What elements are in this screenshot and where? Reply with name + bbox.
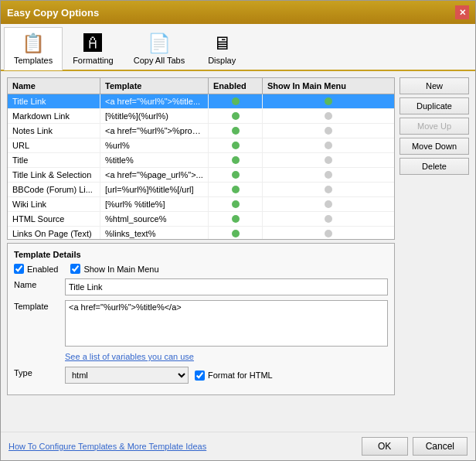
cell-name: Title Link (8, 94, 100, 108)
move-down-button[interactable]: Move Down (400, 138, 469, 155)
new-button[interactable]: New (400, 77, 469, 94)
type-select[interactable]: html plain text markdown (65, 367, 189, 384)
enabled-dot (232, 142, 240, 149)
right-panel: New Duplicate Move Up Move Down Delete (400, 77, 469, 425)
col-header-enabled: Enabled (209, 78, 263, 94)
enabled-dot (232, 112, 240, 120)
cell-show (263, 153, 394, 167)
cell-template: %title% (100, 153, 209, 167)
table-row[interactable]: Markdown Link [%title%](%url%) (8, 109, 394, 124)
cell-enabled (209, 109, 263, 123)
show-dot (325, 171, 332, 179)
table-row[interactable]: Wiki Link [%url% %title%] (8, 197, 394, 212)
cell-name: Title (8, 153, 100, 167)
footer-link[interactable]: How To Configure Templates & More Templa… (8, 442, 206, 451)
name-row: Name (14, 278, 388, 295)
details-section-title: Template Details (14, 250, 388, 259)
tab-templates[interactable]: 📋 Templates (4, 27, 63, 70)
cell-enabled (209, 183, 263, 196)
tab-display-label: Display (208, 56, 236, 65)
ok-button[interactable]: OK (362, 437, 408, 456)
templates-icon: 📋 (22, 32, 45, 54)
format-html-checkbox[interactable] (195, 371, 205, 381)
cell-name: Title Link & Selection (8, 168, 100, 182)
table-row[interactable]: HTML Source %html_source% (8, 212, 394, 227)
show-dot (325, 215, 332, 223)
cell-template: <a href="%page_url%">... (100, 168, 209, 182)
cell-template: <a href="%url%">%prom... (100, 124, 209, 138)
cell-show (263, 94, 394, 108)
move-up-button[interactable]: Move Up (400, 118, 469, 135)
enabled-label: Enabled (27, 265, 58, 274)
variables-link[interactable]: See a list of variables you can use (65, 352, 194, 361)
col-header-show: Show In Main Menu (263, 78, 394, 94)
format-html-label[interactable]: Format for HTML (195, 371, 273, 381)
table-row[interactable]: Title Link <a href="%url%">%title... (8, 94, 394, 109)
name-input[interactable] (65, 278, 388, 295)
close-button[interactable]: ✕ (455, 5, 469, 19)
table-row[interactable]: Notes Link <a href="%url%">%prom... (8, 124, 394, 138)
tab-templates-label: Templates (14, 56, 53, 65)
cell-enabled (209, 153, 263, 167)
show-in-main-menu-label: Show In Main Menu (83, 265, 158, 274)
show-dot (325, 142, 332, 149)
cell-name: Links On Page (Text) (8, 227, 100, 239)
type-row: Type html plain text markdown Format for… (14, 367, 388, 384)
title-bar: Easy Copy Options ✕ (1, 1, 475, 24)
tab-display[interactable]: 🖥 Display (195, 27, 249, 70)
cell-enabled (209, 227, 263, 239)
show-in-main-menu-checkbox-label[interactable]: Show In Main Menu (70, 264, 158, 274)
display-icon: 🖥 (212, 32, 231, 54)
cell-template: [%title%](%url%) (100, 109, 209, 123)
show-in-main-menu-checkbox[interactable] (70, 264, 80, 274)
cell-name: URL (8, 138, 100, 152)
cell-show (263, 168, 394, 182)
window-title: Easy Copy Options (7, 7, 99, 19)
enabled-dot (232, 171, 240, 179)
enabled-checkbox[interactable] (14, 264, 24, 274)
cell-template: [url=%url%]%title%[/url] (100, 183, 209, 196)
show-dot (325, 186, 332, 193)
tab-formatting-label: Formatting (73, 56, 114, 65)
name-field-label: Name (14, 278, 60, 289)
copy-all-tabs-icon: 📄 (148, 32, 171, 54)
cell-name: HTML Source (8, 212, 100, 226)
template-field-label: Template (14, 300, 60, 311)
table-row[interactable]: Title %title% (8, 153, 394, 168)
table-row[interactable]: Title Link & Selection <a href="%page_ur… (8, 168, 394, 183)
cell-name: BBCode (Forum) Li... (8, 183, 100, 196)
cell-template: <a href="%url%">%title... (100, 94, 209, 108)
format-html-text: Format for HTML (208, 371, 273, 380)
cell-enabled (209, 124, 263, 138)
formatting-icon: 🅰 (83, 32, 102, 54)
checkboxes-row: Enabled Show In Main Menu (14, 264, 388, 274)
delete-button[interactable]: Delete (400, 158, 469, 175)
templates-table: Name Template Enabled Show In Main Menu … (7, 77, 395, 240)
template-textarea[interactable]: <a href="%url%">%title%</a> (65, 300, 388, 347)
template-details-panel: Template Details Enabled Show In Main Me… (7, 243, 395, 395)
cell-enabled (209, 168, 263, 182)
show-dot (325, 127, 332, 135)
content-area: Name Template Enabled Show In Main Menu … (1, 71, 475, 432)
duplicate-button[interactable]: Duplicate (400, 97, 469, 114)
cell-enabled (209, 197, 263, 211)
tab-formatting[interactable]: 🅰 Formatting (63, 27, 124, 70)
cell-name: Wiki Link (8, 197, 100, 211)
tab-copy-all-tabs[interactable]: 📄 Copy All Tabs (124, 27, 195, 70)
cell-template: %url% (100, 138, 209, 152)
table-row[interactable]: Links On Page (Text) %links_text% (8, 227, 394, 239)
enabled-dot (232, 127, 240, 135)
show-dot (325, 97, 332, 105)
table-row[interactable]: URL %url% (8, 138, 394, 153)
show-dot (325, 200, 332, 208)
enabled-checkbox-label[interactable]: Enabled (14, 264, 58, 274)
cancel-button[interactable]: Cancel (413, 437, 468, 456)
left-panel: Name Template Enabled Show In Main Menu … (7, 77, 395, 425)
cell-show (263, 124, 394, 138)
enabled-dot (232, 230, 240, 237)
table-row[interactable]: BBCode (Forum) Li... [url=%url%]%title%[… (8, 183, 394, 197)
tab-copy-all-tabs-label: Copy All Tabs (134, 56, 185, 65)
footer-buttons: OK Cancel (362, 437, 468, 456)
cell-show (263, 109, 394, 123)
col-header-template: Template (100, 78, 209, 94)
